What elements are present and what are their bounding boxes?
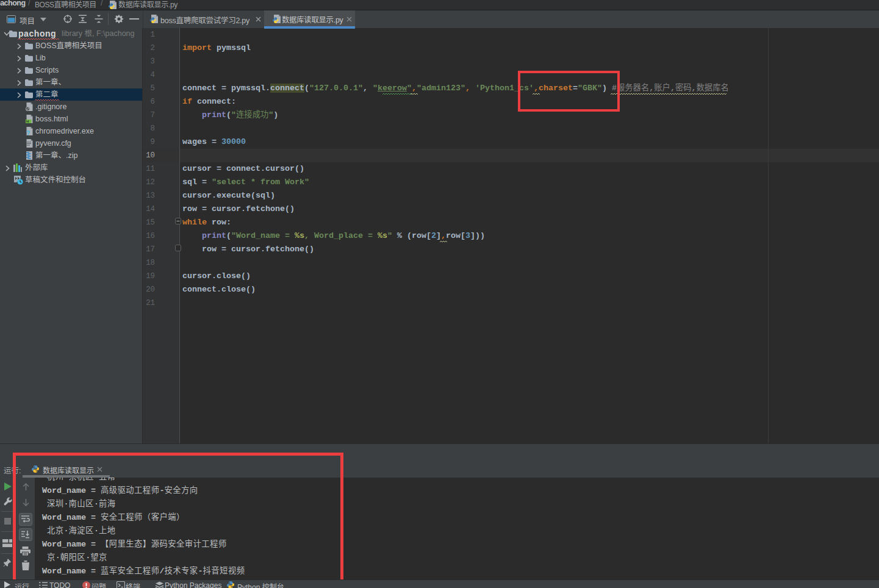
svg-text:H: H <box>26 120 29 123</box>
svg-text:?: ? <box>26 130 30 135</box>
